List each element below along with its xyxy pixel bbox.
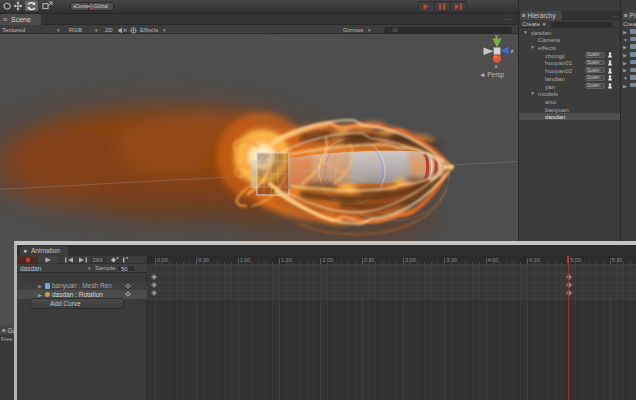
svg-text:x: x xyxy=(495,63,498,69)
svg-text:z: z xyxy=(511,48,514,54)
svg-text:◄ Persp: ◄ Persp xyxy=(479,71,505,79)
svg-text:y: y xyxy=(495,34,498,39)
